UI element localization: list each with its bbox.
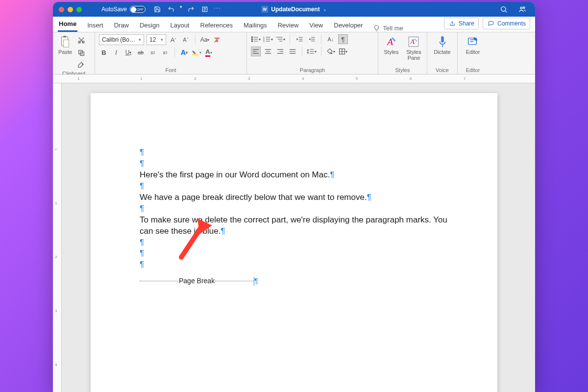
- qat-overflow-icon[interactable]: ···: [214, 4, 221, 14]
- autosave-toggle[interactable]: AutoSave OFF: [101, 6, 146, 13]
- word-window: AutoSave OFF ▾ ··· W UpdateDocument ⌄ Ho…: [53, 2, 535, 392]
- line-spacing-icon[interactable]: ▾: [307, 47, 317, 56]
- change-case-icon[interactable]: Aa▾: [200, 35, 210, 45]
- tab-mailings[interactable]: Mailings: [243, 19, 268, 32]
- svg-point-5: [520, 7, 522, 9]
- superscript-icon[interactable]: x2: [160, 48, 170, 57]
- group-label: Styles: [382, 67, 423, 74]
- document-page[interactable]: ¶ ¶ Here's the first page in our Word do…: [91, 93, 497, 392]
- cut-icon[interactable]: [76, 35, 86, 45]
- lightbulb-icon: [373, 24, 381, 32]
- font-name-select[interactable]: Calibri (Bo…▾: [99, 34, 144, 45]
- styles-button[interactable]: A Styles: [383, 34, 400, 56]
- paragraph-mark-icon: ¶: [140, 238, 144, 247]
- quick-access-toolbar: ▾ ···: [152, 4, 221, 14]
- highlight-icon[interactable]: ▾: [192, 48, 201, 57]
- grow-font-icon[interactable]: A˄: [169, 35, 178, 45]
- paste-button[interactable]: Paste: [57, 34, 74, 56]
- show-marks-icon[interactable]: ¶: [338, 34, 348, 44]
- minimize-window-icon[interactable]: [68, 7, 73, 12]
- multilevel-list-icon[interactable]: ▾: [275, 34, 285, 44]
- svg-point-6: [523, 7, 525, 8]
- decrease-indent-icon[interactable]: [294, 34, 304, 44]
- svg-line-16: [215, 40, 217, 42]
- svg-text:A: A: [410, 38, 415, 46]
- page-break-indicator[interactable]: Page Break ¶: [140, 276, 448, 286]
- share-people-icon[interactable]: [517, 4, 527, 14]
- strikethrough-icon[interactable]: ab: [136, 48, 146, 57]
- doc-text: Here's the first page in our Word docume…: [140, 170, 330, 179]
- comments-button[interactable]: Comments: [483, 18, 530, 29]
- paragraph-mark-icon: ¶: [220, 226, 225, 236]
- ribbon: Paste Clipboard Calibri (Bo…▾ 12▾ A˄ A˅: [53, 32, 535, 74]
- group-font: Calibri (Bo…▾ 12▾ A˄ A˅ Aa▾ B I U▾ ab x2…: [95, 32, 247, 74]
- zoom-window-icon[interactable]: [76, 7, 82, 12]
- group-paragraph: ▾ 123▾ ▾ A↓ ¶ ▾: [247, 32, 378, 74]
- redo-icon[interactable]: [186, 4, 196, 14]
- doc-text: We have a page break directly below that…: [140, 193, 367, 202]
- tab-layout[interactable]: Layout: [169, 19, 190, 32]
- align-right-icon[interactable]: [275, 47, 285, 56]
- title-dropdown-icon[interactable]: ⌄: [323, 7, 327, 12]
- styles-pane-button[interactable]: A Styles Pane: [405, 34, 423, 62]
- numbering-icon[interactable]: 123▾: [263, 34, 273, 44]
- tab-references[interactable]: References: [199, 19, 234, 32]
- undo-icon[interactable]: [166, 4, 176, 14]
- paragraph-mark-icon: ¶: [140, 260, 144, 269]
- dictate-button[interactable]: Dictate: [432, 34, 452, 56]
- text-effects-icon[interactable]: A▾: [179, 48, 189, 57]
- svg-rect-9: [63, 40, 69, 47]
- clear-format-icon[interactable]: [212, 35, 222, 45]
- increase-indent-icon[interactable]: [307, 34, 317, 44]
- document-area: ⌐ 1 2 3 4 ¶ ¶ Here's the first page in o…: [53, 83, 535, 392]
- paragraph-mark-icon: ¶: [330, 170, 334, 179]
- save-icon[interactable]: [152, 4, 162, 14]
- tab-insert[interactable]: Insert: [86, 19, 104, 32]
- copy-icon[interactable]: [76, 48, 86, 58]
- bold-icon[interactable]: B: [99, 48, 109, 57]
- sort-icon[interactable]: A↓: [326, 34, 336, 44]
- vertical-ruler[interactable]: ⌐ 1 2 3 4: [53, 83, 62, 392]
- comment-icon: [487, 20, 495, 27]
- subscript-icon[interactable]: x2: [148, 48, 158, 57]
- align-center-icon[interactable]: [263, 47, 273, 56]
- svg-point-20: [251, 39, 252, 40]
- qat-misc-icon[interactable]: [200, 4, 210, 14]
- tab-design[interactable]: Design: [139, 19, 160, 32]
- share-button[interactable]: Share: [444, 18, 479, 29]
- font-color-icon[interactable]: A▾: [204, 48, 214, 57]
- group-editor: Editor Editor: [458, 32, 488, 74]
- justify-icon[interactable]: [288, 47, 297, 56]
- tab-home[interactable]: Home: [58, 17, 77, 32]
- document-title[interactable]: W UpdateDocument ⌄: [261, 6, 326, 13]
- tab-view[interactable]: View: [308, 19, 324, 32]
- shading-icon[interactable]: ▾: [326, 47, 336, 56]
- autosave-switch[interactable]: OFF: [130, 6, 146, 13]
- horizontal-ruler[interactable]: 1 1 2 3 4 5 6 7: [53, 74, 535, 83]
- italic-icon[interactable]: I: [111, 48, 121, 57]
- svg-point-22: [251, 41, 252, 42]
- tab-developer[interactable]: Developer: [333, 19, 364, 32]
- window-controls: [59, 7, 82, 12]
- format-painter-icon[interactable]: [76, 61, 86, 71]
- word-app-icon: W: [261, 6, 268, 13]
- borders-icon[interactable]: ▾: [338, 47, 348, 56]
- tab-draw[interactable]: Draw: [113, 19, 130, 32]
- search-icon[interactable]: [499, 4, 509, 14]
- tab-review[interactable]: Review: [277, 19, 300, 32]
- titlebar-right: [499, 4, 532, 14]
- svg-line-4: [505, 11, 507, 12]
- font-size-select[interactable]: 12▾: [147, 34, 166, 45]
- undo-dropdown-icon[interactable]: ▾: [180, 4, 182, 14]
- editor-button[interactable]: Editor: [465, 34, 482, 56]
- align-left-icon[interactable]: [251, 47, 261, 56]
- underline-icon[interactable]: U▾: [123, 48, 133, 57]
- bullets-icon[interactable]: ▾: [251, 34, 261, 44]
- close-window-icon[interactable]: [59, 7, 64, 12]
- shrink-font-icon[interactable]: A˅: [181, 35, 191, 45]
- paragraph-mark-icon: ¶: [140, 147, 144, 157]
- annotation-arrow-icon: [174, 216, 213, 260]
- tell-me[interactable]: Tell me: [373, 24, 403, 32]
- autosave-label: AutoSave: [101, 6, 127, 13]
- svg-marker-40: [309, 38, 310, 41]
